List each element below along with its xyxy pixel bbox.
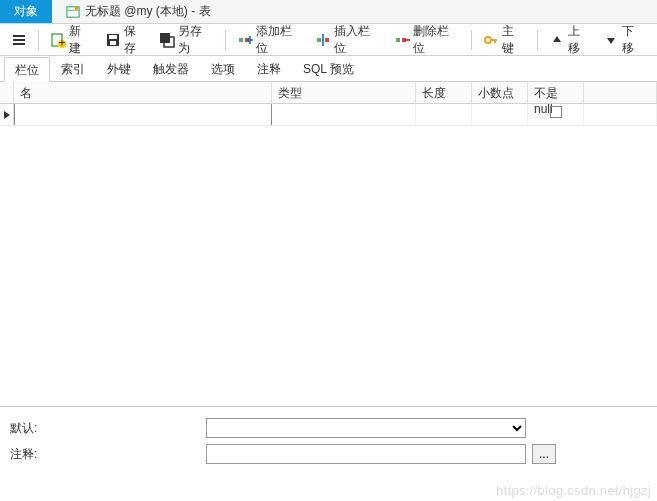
arrow-down-icon xyxy=(603,32,619,48)
hamburger-icon xyxy=(11,32,27,48)
moveup-button[interactable]: 上移 xyxy=(544,20,597,60)
deletefield-icon xyxy=(394,32,410,48)
comment-more-button[interactable]: ... xyxy=(532,444,556,464)
svg-point-2 xyxy=(75,6,79,10)
menu-button[interactable] xyxy=(6,29,32,51)
saveas-button[interactable]: 另存为 xyxy=(154,20,219,60)
subtab-trigger[interactable]: 触发器 xyxy=(142,56,200,81)
svg-point-24 xyxy=(485,37,491,43)
default-label: 默认: xyxy=(10,420,200,437)
cell-decimals[interactable] xyxy=(472,104,528,125)
cell-name[interactable] xyxy=(14,104,272,125)
key-icon xyxy=(483,32,499,48)
addfield-button[interactable]: 添加栏位 xyxy=(232,20,308,60)
cell-type[interactable] xyxy=(272,104,416,125)
addfield-icon xyxy=(237,32,253,48)
tab-untitled-label: 无标题 @my (本地) - 表 xyxy=(85,3,211,20)
subtab-options[interactable]: 选项 xyxy=(200,56,246,81)
new-label: 新建 xyxy=(69,23,93,57)
default-select[interactable] xyxy=(206,418,526,438)
separator xyxy=(225,30,226,50)
toolbar: + 新建 保存 另存为 添加栏位 插入栏位 删除栏位 主键 上移 下移 xyxy=(0,24,657,56)
svg-rect-21 xyxy=(396,38,400,42)
col-header-spacer xyxy=(584,82,657,103)
saveas-label: 另存为 xyxy=(178,23,214,57)
col-header-decimals[interactable]: 小数点 xyxy=(472,82,528,103)
tab-object-label: 对象 xyxy=(14,3,38,20)
table-row[interactable] xyxy=(0,104,657,126)
insertfield-label: 插入栏位 xyxy=(334,23,381,57)
svg-rect-12 xyxy=(160,33,170,43)
movedown-button[interactable]: 下移 xyxy=(598,20,651,60)
primarykey-label: 主键 xyxy=(502,23,526,57)
subtab-fields[interactable]: 栏位 xyxy=(4,57,50,82)
new-icon: + xyxy=(50,32,66,48)
fields-grid-header: 名 类型 长度 小数点 不是 null xyxy=(0,82,657,104)
save-button[interactable]: 保存 xyxy=(100,20,153,60)
row-indicator-icon xyxy=(0,104,14,125)
svg-rect-11 xyxy=(110,41,116,45)
col-header-length[interactable]: 长度 xyxy=(416,82,472,103)
deletefield-button[interactable]: 删除栏位 xyxy=(389,20,465,60)
svg-text:+: + xyxy=(58,36,65,48)
arrow-up-icon xyxy=(549,32,565,48)
deletefield-label: 删除栏位 xyxy=(413,23,460,57)
moveup-label: 上移 xyxy=(568,23,592,57)
watermark-text: https://blog.csdn.net/hjgzj xyxy=(496,483,651,498)
cell-spacer xyxy=(584,104,657,125)
separator xyxy=(38,30,39,50)
addfield-label: 添加栏位 xyxy=(256,23,303,57)
field-properties-panel: 默认: 注释: ... xyxy=(0,406,657,475)
cell-notnull[interactable] xyxy=(528,104,584,125)
grid-empty-area xyxy=(0,126,657,406)
movedown-label: 下移 xyxy=(622,23,646,57)
row-marker-header xyxy=(0,82,14,103)
col-header-notnull[interactable]: 不是 null xyxy=(528,82,584,103)
comment-input[interactable] xyxy=(206,444,526,464)
subtab-index[interactable]: 索引 xyxy=(50,56,96,81)
svg-rect-14 xyxy=(239,38,243,42)
comment-label: 注释: xyxy=(10,446,200,463)
svg-rect-19 xyxy=(325,38,329,42)
table-icon xyxy=(66,5,80,19)
insertfield-button[interactable]: 插入栏位 xyxy=(310,20,386,60)
svg-rect-18 xyxy=(317,38,321,42)
insertfield-icon xyxy=(315,32,331,48)
separator xyxy=(471,30,472,50)
cell-length[interactable] xyxy=(416,104,472,125)
svg-rect-10 xyxy=(109,35,117,39)
col-header-type[interactable]: 类型 xyxy=(272,82,416,103)
sub-tabs: 栏位 索引 外键 触发器 选项 注释 SQL 预览 xyxy=(0,56,657,82)
checkbox-icon[interactable] xyxy=(550,106,562,118)
subtab-foreignkey[interactable]: 外键 xyxy=(96,56,142,81)
new-button[interactable]: + 新建 xyxy=(45,20,98,60)
subtab-sqlpreview[interactable]: SQL 预览 xyxy=(292,56,365,81)
separator xyxy=(537,30,538,50)
primarykey-button[interactable]: 主键 xyxy=(478,20,531,60)
save-label: 保存 xyxy=(124,23,148,57)
subtab-comment[interactable]: 注释 xyxy=(246,56,292,81)
col-header-name[interactable]: 名 xyxy=(14,82,272,103)
save-icon xyxy=(105,32,121,48)
saveas-icon xyxy=(159,32,175,48)
